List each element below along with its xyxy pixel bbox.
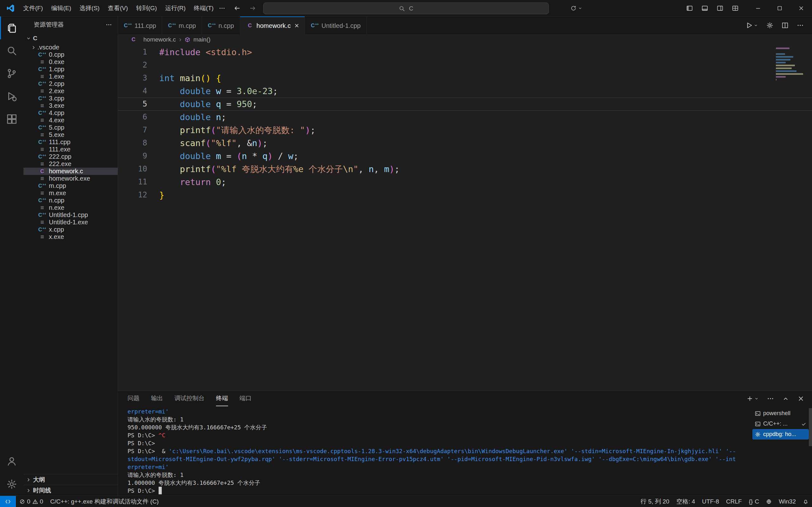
breadcrumb-file[interactable]: homework.c bbox=[143, 36, 176, 43]
section-[interactable]: 大纲 bbox=[23, 474, 118, 485]
file-item-111-exe[interactable]: ≡111.exe bbox=[23, 146, 118, 153]
run-file-button[interactable] bbox=[745, 21, 758, 29]
file-item-1-exe[interactable]: ≡1.exe bbox=[23, 73, 118, 80]
file-item-222-exe[interactable]: ≡222.exe bbox=[23, 160, 118, 168]
command-center-search[interactable]: C bbox=[263, 3, 549, 14]
file-item-n-exe[interactable]: ≡n.exe bbox=[23, 204, 118, 211]
file-item-vscode[interactable]: .vscode bbox=[23, 44, 118, 51]
explorer-icon[interactable] bbox=[0, 16, 23, 39]
tab-111-cpp[interactable]: C111.cpp bbox=[118, 16, 162, 34]
account-icon[interactable] bbox=[0, 450, 23, 473]
breadcrumb-symbol[interactable]: main() bbox=[194, 36, 211, 43]
split-editor-icon[interactable] bbox=[781, 22, 789, 29]
code-editor[interactable]: 1#include <stdio.h>23int main() {4 doubl… bbox=[118, 45, 812, 391]
more-actions-icon[interactable] bbox=[797, 22, 804, 29]
file-item-222-cpp[interactable]: C222.cpp bbox=[23, 153, 118, 160]
close-panel-icon[interactable] bbox=[798, 395, 804, 402]
file-item-3-exe[interactable]: ≡3.exe bbox=[23, 102, 118, 109]
file-item-0-cpp[interactable]: C0.cpp bbox=[23, 51, 118, 58]
panel-tab-[interactable]: 调试控制台 bbox=[174, 391, 205, 406]
settings-gear-icon[interactable] bbox=[0, 473, 23, 496]
file-item-2-exe[interactable]: ≡2.exe bbox=[23, 88, 118, 95]
new-terminal-button[interactable] bbox=[746, 395, 759, 402]
terminal-profile-powershell[interactable]: powershell bbox=[752, 408, 809, 418]
toggle-sidebar-icon[interactable] bbox=[687, 5, 693, 11]
tab-m-cpp[interactable]: Cm.cpp bbox=[162, 16, 202, 34]
panel-tab-[interactable]: 输出 bbox=[151, 391, 163, 406]
problems-status[interactable]: 0 0 bbox=[16, 496, 47, 507]
file-item-2-cpp[interactable]: C2.cpp bbox=[23, 80, 118, 88]
terminal[interactable]: erpreter=mi'请输入水的夸脱数: 1950.000000 夸脱水大约有… bbox=[128, 407, 749, 494]
refresh-dropdown[interactable] bbox=[570, 5, 582, 11]
toggle-secondary-sidebar-icon[interactable] bbox=[717, 5, 723, 11]
section-[interactable]: 时间线 bbox=[23, 485, 118, 496]
close-button[interactable] bbox=[791, 0, 812, 16]
encoding-status[interactable]: UTF-8 bbox=[699, 496, 722, 507]
file-item-4-cpp[interactable]: C4.cpp bbox=[23, 109, 118, 117]
cpp-file-icon: C bbox=[38, 66, 46, 72]
file-item-5-cpp[interactable]: C5.cpp bbox=[23, 124, 118, 131]
panel-tab-[interactable]: 问题 bbox=[128, 391, 140, 406]
tab-untitled-1-cpp[interactable]: CUntitled-1.cpp bbox=[305, 16, 366, 34]
terminal-profile-cppdbg-ho[interactable]: cppdbg: ho... bbox=[752, 429, 809, 440]
menu-item-f[interactable]: 文件(F) bbox=[19, 2, 47, 14]
cursor-position-status[interactable]: 行 5, 列 20 bbox=[637, 496, 673, 507]
file-item-5-exe[interactable]: ≡5.exe bbox=[23, 131, 118, 138]
debug-config-gear-icon[interactable] bbox=[766, 22, 773, 29]
explorer-actions-icon[interactable] bbox=[106, 21, 112, 28]
file-item-homework-c[interactable]: Chomework.c bbox=[23, 168, 118, 175]
menu-item-r[interactable]: 运行(R) bbox=[161, 2, 190, 14]
file-item-x-cpp[interactable]: Cx.cpp bbox=[23, 226, 118, 233]
language-mode-status[interactable]: {} C bbox=[745, 496, 763, 507]
forward-icon[interactable] bbox=[249, 5, 256, 12]
tab-n-cpp[interactable]: Cn.cpp bbox=[202, 16, 240, 34]
source-control-icon[interactable] bbox=[0, 62, 23, 85]
minimap[interactable] bbox=[776, 48, 804, 82]
line-number: 5 bbox=[118, 98, 147, 111]
terminal-line: 请输入水的夸脱数: 1 bbox=[128, 415, 749, 424]
file-item-3-cpp[interactable]: C3.cpp bbox=[23, 95, 118, 102]
file-item-n-cpp[interactable]: Cn.cpp bbox=[23, 197, 118, 204]
file-item-untitled-1-cpp[interactable]: CUntitled-1.cpp bbox=[23, 211, 118, 219]
panel-more-icon[interactable] bbox=[767, 395, 774, 402]
root-folder[interactable]: C bbox=[23, 33, 118, 44]
menu-item-t[interactable]: 终端(T) bbox=[190, 2, 217, 14]
customize-layout-icon[interactable] bbox=[732, 5, 739, 11]
build-task-status[interactable]: C/C++: g++.exe 构建和调试活动文件 (C) bbox=[47, 496, 162, 507]
chevron-right-icon bbox=[26, 477, 31, 482]
file-item-m-exe[interactable]: ≡m.exe bbox=[23, 189, 118, 197]
notifications-status[interactable] bbox=[799, 496, 812, 507]
maximize-panel-icon[interactable] bbox=[782, 395, 789, 402]
minimize-button[interactable] bbox=[747, 0, 769, 16]
search-sidebar-icon[interactable] bbox=[0, 39, 23, 62]
terminal-profile-c-c[interactable]: C/C++: ... bbox=[752, 418, 809, 429]
network-status[interactable] bbox=[763, 496, 775, 507]
menu-item-v[interactable]: 查看(V) bbox=[104, 2, 132, 14]
file-item-4-exe[interactable]: ≡4.exe bbox=[23, 117, 118, 124]
run-debug-icon[interactable] bbox=[0, 85, 23, 108]
panel-tab-[interactable]: 端口 bbox=[240, 391, 252, 406]
menu-item-e[interactable]: 编辑(E) bbox=[47, 2, 75, 14]
file-item-0-exe[interactable]: ≡0.exe bbox=[23, 58, 118, 66]
back-icon[interactable] bbox=[234, 5, 241, 12]
file-item-111-cpp[interactable]: C111.cpp bbox=[23, 138, 118, 146]
file-item-1-cpp[interactable]: C1.cpp bbox=[23, 66, 118, 73]
remote-indicator[interactable] bbox=[0, 496, 16, 507]
tab-homework-c[interactable]: Chomework.c× bbox=[240, 16, 305, 34]
indentation-status[interactable]: 空格: 4 bbox=[673, 496, 699, 507]
panel-tab-[interactable]: 终端 bbox=[216, 391, 228, 406]
menu-item-s[interactable]: 选择(S) bbox=[75, 2, 104, 14]
file-item-homework-exe[interactable]: ≡homework.exe bbox=[23, 175, 118, 182]
file-item-m-cpp[interactable]: Cm.cpp bbox=[23, 182, 118, 189]
toggle-panel-icon[interactable] bbox=[702, 5, 708, 11]
file-item-x-exe[interactable]: ≡x.exe bbox=[23, 233, 118, 240]
terminal-scrollbar[interactable] bbox=[809, 408, 812, 446]
menu-item-g[interactable]: 转到(G) bbox=[132, 2, 161, 14]
tab-close-icon[interactable]: × bbox=[294, 22, 299, 30]
maximize-button[interactable] bbox=[769, 0, 791, 16]
os-target-status[interactable]: Win32 bbox=[775, 496, 799, 507]
file-item-untitled-1-exe[interactable]: ≡Untitled-1.exe bbox=[23, 219, 118, 226]
menu-overflow-icon[interactable] bbox=[219, 5, 225, 11]
eol-status[interactable]: CRLF bbox=[722, 496, 745, 507]
extensions-icon[interactable] bbox=[0, 108, 23, 130]
